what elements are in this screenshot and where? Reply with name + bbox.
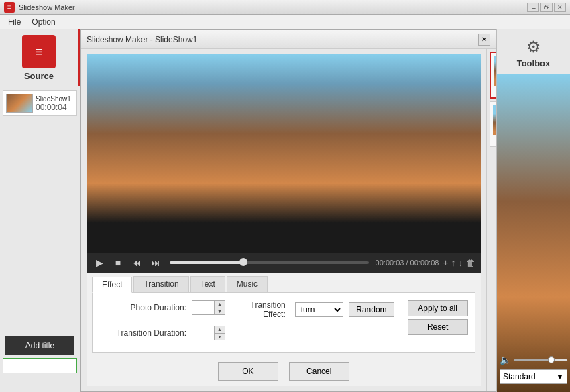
add-slide-icon[interactable]: + xyxy=(443,257,448,268)
slide-item-0[interactable]: Desert Slide: 4s Transition: 2s xyxy=(490,52,496,99)
video-controls: ▶ ■ ⏮ ⏭ 00:00:03 / 00:00:08 + ↑ ↓ 🗑 xyxy=(87,253,481,273)
tab-effect[interactable]: Effect xyxy=(92,277,132,293)
video-action-buttons: + ↑ ↓ 🗑 xyxy=(443,257,475,268)
dialog-body: ▶ ■ ⏮ ⏭ 00:00:03 / 00:00:08 + ↑ ↓ 🗑 xyxy=(81,49,496,391)
dialog-window: Slideshow Maker - SlideShow1 ✕ ▶ ■ ⏮ ⏭ xyxy=(80,29,496,392)
progress-thumb xyxy=(239,258,247,266)
main-dialog: Slideshow Maker - SlideShow1 ✕ ▶ ■ ⏮ ⏭ xyxy=(80,29,496,392)
slideshow-time: 00:00:04 xyxy=(36,103,71,112)
slide-thumbnail-lighthouse xyxy=(493,105,496,135)
progress-bar[interactable] xyxy=(170,261,369,264)
slideshow-item[interactable]: SlideShow1 00:00:04 xyxy=(3,90,77,116)
transition-duration-label: Transition Duration: xyxy=(99,328,186,338)
photo-duration-label: Photo Duration: xyxy=(99,303,186,312)
fast-forward-button[interactable]: ⏭ xyxy=(148,255,163,270)
apply-column: Apply to all Reset xyxy=(408,300,468,346)
delete-slide-icon[interactable]: 🗑 xyxy=(466,257,475,268)
play-button[interactable]: ▶ xyxy=(92,255,107,270)
standard-label: Standard xyxy=(503,372,536,381)
add-title-input[interactable] xyxy=(3,358,77,373)
time-display: 00:00:03 / 00:00:08 xyxy=(376,259,439,267)
transition-duration-arrows: ▲ ▼ xyxy=(214,326,225,340)
progress-fill xyxy=(170,261,243,264)
tabs-row: Effect Transition Text Music xyxy=(92,276,475,293)
photo-duration-up[interactable]: ▲ xyxy=(214,301,225,308)
rewind-button[interactable]: ⏮ xyxy=(129,255,144,270)
dialog-footer: OK Cancel xyxy=(87,356,481,386)
menu-file[interactable]: File xyxy=(3,16,26,28)
menu-bar: File Option xyxy=(0,15,570,29)
right-sidebar: ⚙ Toolbox 🔈 Standard ▼ xyxy=(496,29,570,392)
transition-duration-down[interactable]: ▼ xyxy=(214,334,225,340)
volume-thumb xyxy=(548,356,555,363)
tab-music[interactable]: Music xyxy=(227,276,268,292)
toolbox-preview xyxy=(497,74,570,392)
dialog-title-bar: Slideshow Maker - SlideShow1 ✕ xyxy=(81,30,496,49)
tab-content: Photo Duration: 4 ▲ ▼ xyxy=(92,293,475,353)
ok-button[interactable]: OK xyxy=(218,362,278,381)
photo-duration-arrows: ▲ ▼ xyxy=(214,301,225,314)
toolbox-label: Toolbox xyxy=(517,58,551,68)
slide-item-1[interactable]: Lighthouse Slide: 4s Transition: 2s xyxy=(490,101,496,147)
volume-slider[interactable] xyxy=(514,359,567,361)
window-controls: 🗕 🗗 ✕ xyxy=(527,3,566,12)
transition-effect-label: Transition Effect: xyxy=(239,300,286,319)
add-title-button[interactable]: Add title xyxy=(5,336,74,355)
menu-option[interactable]: Option xyxy=(26,16,60,28)
minimize-button[interactable]: 🗕 xyxy=(527,3,539,12)
apply-to-all-button[interactable]: Apply to all xyxy=(408,300,468,316)
transition-effect-row: Transition Effect: turn Random xyxy=(239,300,394,319)
source-button[interactable]: ≡ Source xyxy=(0,29,80,86)
transition-duration-spinbox[interactable]: 2 ▲ ▼ xyxy=(192,326,225,340)
move-up-icon[interactable]: ↑ xyxy=(451,257,456,268)
toolbox-icon: ⚙ xyxy=(520,35,547,58)
slideshow-thumbnail xyxy=(6,94,33,113)
close-button[interactable]: ✕ xyxy=(554,3,566,12)
standard-dropdown[interactable]: Standard ▼ xyxy=(500,369,567,384)
source-label: Source xyxy=(24,71,54,81)
video-content xyxy=(87,54,481,253)
tab-transition[interactable]: Transition xyxy=(133,276,188,292)
dialog-title-text: Slideshow Maker - SlideShow1 xyxy=(87,35,478,44)
volume-icon: 🔈 xyxy=(500,354,511,365)
transition-duration-row: Transition Duration: 2 ▲ ▼ xyxy=(99,326,225,340)
title-bar: ≡ Slideshow Maker 🗕 🗗 ✕ xyxy=(0,0,570,15)
tab-text[interactable]: Text xyxy=(190,276,225,292)
random-button[interactable]: Random xyxy=(349,302,394,317)
dropdown-arrow-icon: ▼ xyxy=(556,372,564,381)
transition-duration-input[interactable]: 2 xyxy=(192,328,214,338)
app-title: Slideshow Maker xyxy=(19,3,527,11)
bottom-panel: Effect Transition Text Music Photo Durat… xyxy=(87,273,481,356)
slide-thumbnail-desert xyxy=(494,56,496,86)
video-player xyxy=(87,54,481,253)
cancel-button[interactable]: Cancel xyxy=(289,362,349,381)
volume-row: 🔈 xyxy=(500,354,567,365)
transition-effect-select[interactable]: turn xyxy=(295,302,343,317)
reset-button[interactable]: Reset xyxy=(408,319,468,335)
app-icon: ≡ xyxy=(4,2,15,13)
slideshow-name: SlideShow1 xyxy=(36,95,71,103)
transition-duration-up[interactable]: ▲ xyxy=(214,326,225,334)
photo-duration-input[interactable]: 4 xyxy=(192,303,214,312)
toolbox-button[interactable]: ⚙ Toolbox xyxy=(497,29,570,74)
dialog-close-button[interactable]: ✕ xyxy=(478,34,490,46)
photo-duration-row: Photo Duration: 4 ▲ ▼ xyxy=(99,300,225,315)
photo-duration-spinbox[interactable]: 4 ▲ ▼ xyxy=(192,300,225,315)
stop-button[interactable]: ■ xyxy=(111,255,125,270)
move-down-icon[interactable]: ↓ xyxy=(459,257,463,268)
slide-list: Desert Slide: 4s Transition: 2s Lighthou… xyxy=(486,49,496,391)
video-area: ▶ ■ ⏮ ⏭ 00:00:03 / 00:00:08 + ↑ ↓ 🗑 xyxy=(81,49,486,391)
photo-duration-down[interactable]: ▼ xyxy=(214,308,225,315)
left-sidebar: ≡ Source SlideShow1 00:00:04 Add title xyxy=(0,29,80,392)
maximize-button[interactable]: 🗗 xyxy=(540,3,553,12)
toolbox-preview-image xyxy=(497,74,570,392)
source-icon: ≡ xyxy=(22,35,56,68)
